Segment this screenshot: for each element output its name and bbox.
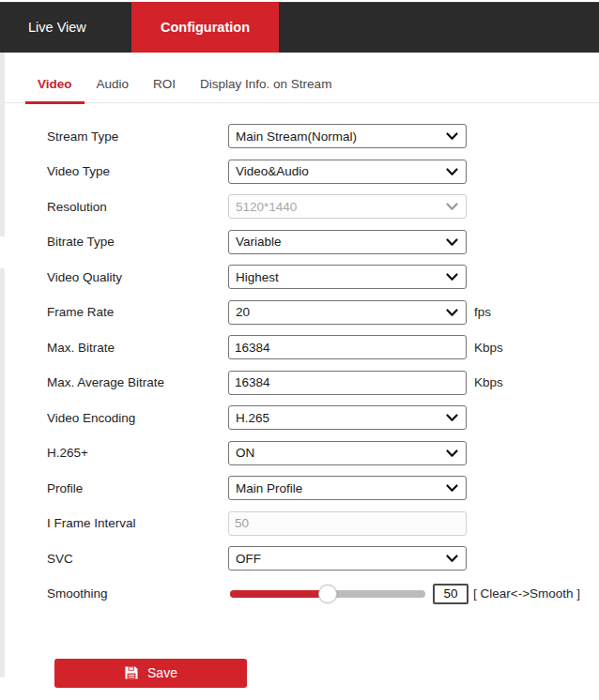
form-row: Video TypeVideo&Audio (47, 160, 599, 184)
form-row: I Frame Interval (47, 511, 599, 536)
save-row: Save (54, 659, 599, 688)
field-label: Smoothing (47, 586, 228, 601)
form-row: Max. BitrateKbps (47, 335, 599, 359)
field-label: H.265+ (47, 446, 228, 460)
svc-select[interactable]: OFF (228, 546, 467, 571)
select-value: 20 (236, 305, 250, 319)
save-button-label: Save (147, 665, 177, 680)
select-value: 5120*1440 (236, 200, 297, 214)
field-label: Stream Type (47, 129, 228, 144)
unit-label: Kbps (474, 341, 503, 355)
i-frame-interval-input (228, 511, 467, 536)
form-row: Stream TypeMain Stream(Normal) (47, 124, 599, 148)
slider-thumb[interactable] (318, 585, 337, 603)
smoothing-value-input[interactable] (433, 584, 468, 604)
profile-select[interactable]: Main Profile (228, 476, 467, 500)
field-label: Profile (47, 481, 228, 495)
form-row: Bitrate TypeVariable (47, 230, 599, 254)
chevron-down-icon (446, 132, 458, 141)
field-label: Bitrate Type (47, 235, 228, 249)
main-content: VideoAudioROIDisplay Info. on Stream Str… (5, 53, 599, 688)
form-row: Max. Average BitrateKbps (47, 371, 599, 395)
select-value: H.265 (236, 411, 269, 425)
chevron-down-icon (446, 449, 458, 458)
slider-fill (230, 590, 328, 598)
h-265-select[interactable]: ON (228, 441, 467, 465)
save-icon (124, 665, 139, 680)
tab-video[interactable]: Video (25, 77, 84, 104)
subtab-bar: VideoAudioROIDisplay Info. on Stream (5, 53, 599, 103)
field-label: SVC (47, 552, 228, 566)
max-bitrate-input[interactable] (228, 335, 467, 359)
select-value: Main Profile (236, 481, 302, 495)
resolution-select: 5120*1440 (228, 194, 467, 219)
field-label: Video Type (47, 164, 228, 178)
select-value: Variable (236, 235, 282, 249)
tab-audio[interactable]: Audio (84, 77, 142, 102)
chevron-down-icon (446, 309, 458, 317)
form-row: SVCOFF (47, 546, 599, 571)
frame-rate-select[interactable]: 20 (228, 300, 467, 325)
smoothing-row: Smoothing [ Clear<->Smooth ] (47, 582, 599, 606)
video-type-select[interactable]: Video&Audio (228, 160, 467, 184)
chevron-down-icon (446, 555, 458, 563)
header-tab-live-view[interactable]: Live View (28, 2, 86, 53)
form-row: Resolution5120*1440 (47, 194, 599, 219)
field-label: Frame Rate (47, 305, 228, 319)
form-row: Frame Rate20fps (47, 300, 599, 325)
field-label: Max. Average Bitrate (47, 375, 228, 389)
tab-display-info-on-stream[interactable]: Display Info. on Stream (188, 77, 344, 102)
bitrate-type-select[interactable]: Variable (228, 230, 467, 254)
chevron-down-icon (446, 203, 458, 211)
video-quality-select[interactable]: Highest (228, 265, 467, 289)
field-label: I Frame Interval (47, 516, 228, 530)
field-label: Max. Bitrate (47, 341, 228, 355)
chevron-down-icon (446, 414, 458, 422)
sidebar-edge-highlight (0, 236, 5, 268)
chevron-down-icon (446, 484, 458, 493)
form-row: H.265+ON (47, 441, 599, 465)
form-rows: Stream TypeMain Stream(Normal)Video Type… (5, 124, 599, 571)
top-header: Live View Configuration (0, 0, 599, 53)
field-label: Video Encoding (47, 411, 228, 425)
header-tab-configuration[interactable]: Configuration (131, 2, 279, 53)
save-button[interactable]: Save (54, 659, 247, 688)
smoothing-hint: [ Clear<->Smooth ] (473, 586, 580, 601)
form-row: Video EncodingH.265 (47, 405, 599, 430)
chevron-down-icon (446, 168, 458, 176)
chevron-down-icon (446, 238, 458, 247)
tab-roi[interactable]: ROI (141, 77, 188, 102)
max-average-bitrate-input[interactable] (228, 371, 467, 395)
stream-type-select[interactable]: Main Stream(Normal) (228, 124, 467, 148)
sidebar-edge (0, 53, 5, 677)
video-encoding-select[interactable]: H.265 (228, 405, 467, 430)
form-row: ProfileMain Profile (47, 476, 599, 500)
smoothing-slider[interactable] (230, 582, 425, 606)
field-label: Video Quality (47, 270, 228, 284)
select-value: ON (236, 446, 254, 460)
form-row: Video QualityHighest (47, 265, 599, 289)
select-value: Highest (236, 270, 279, 284)
video-settings-form: Stream TypeMain Stream(Normal)Video Type… (5, 103, 599, 688)
unit-label: fps (474, 305, 491, 319)
select-value: Main Stream(Normal) (236, 129, 357, 144)
chevron-down-icon (446, 273, 458, 282)
select-value: Video&Audio (236, 164, 309, 178)
select-value: OFF (236, 552, 261, 566)
field-label: Resolution (47, 200, 228, 214)
unit-label: Kbps (474, 375, 503, 389)
